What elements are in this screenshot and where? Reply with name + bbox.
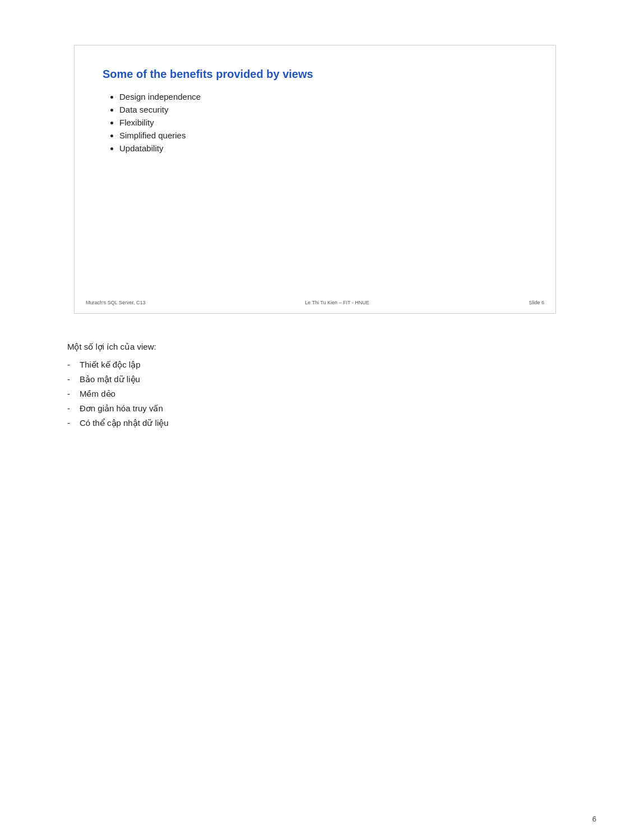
vi-item-4-text: Đơn giản hóa truy vấn xyxy=(80,403,163,414)
slide-item-3: Flexibility xyxy=(119,118,527,127)
vi-item-2-text: Bảo mật dữ liệu xyxy=(80,374,140,384)
vi-item-5-text: Có thể cập nhật dữ liệu xyxy=(80,418,169,428)
slide-item-2: Data security xyxy=(119,105,527,114)
vi-item-1: - Thiết kế độc lập xyxy=(67,360,563,370)
slide-bullet-list: Design independence Data security Flexib… xyxy=(103,92,527,153)
page-number: 6 xyxy=(592,815,596,823)
slide-container: Some of the benefits provided by views D… xyxy=(74,45,556,314)
slide-item-1: Design independence xyxy=(119,92,527,101)
dash-3: - xyxy=(67,389,75,399)
footer-center: Le Thi Tu Kien – FIT - HNUE xyxy=(305,300,369,305)
slide-title: Some of the benefits provided by views xyxy=(103,68,527,81)
slide-item-5: Updatability xyxy=(119,143,527,153)
vi-list: - Thiết kế độc lập - Bảo mật dữ liệu - M… xyxy=(67,360,563,428)
slide-item-4: Simplified queries xyxy=(119,131,527,140)
vi-item-2: - Bảo mật dữ liệu xyxy=(67,374,563,384)
vi-item-3-text: Mềm dẻo xyxy=(80,389,115,399)
footer-right: Slide 6 xyxy=(529,300,544,305)
footer-left: Murach's SQL Server, C13 xyxy=(86,300,145,305)
vi-item-4: - Đơn giản hóa truy vấn xyxy=(67,403,563,414)
dash-2: - xyxy=(67,374,75,384)
main-content: Một số lợi ích của view: - Thiết kế độc … xyxy=(67,336,563,428)
vi-item-1-text: Thiết kế độc lập xyxy=(80,360,141,370)
slide-footer: Murach's SQL Server, C13 Le Thi Tu Kien … xyxy=(75,300,555,305)
vi-item-3: - Mềm dẻo xyxy=(67,389,563,399)
dash-4: - xyxy=(67,403,75,414)
vi-item-5: - Có thể cập nhật dữ liệu xyxy=(67,418,563,428)
intro-text: Một số lợi ích của view: xyxy=(67,342,563,352)
dash-5: - xyxy=(67,418,75,428)
dash-1: - xyxy=(67,360,75,370)
